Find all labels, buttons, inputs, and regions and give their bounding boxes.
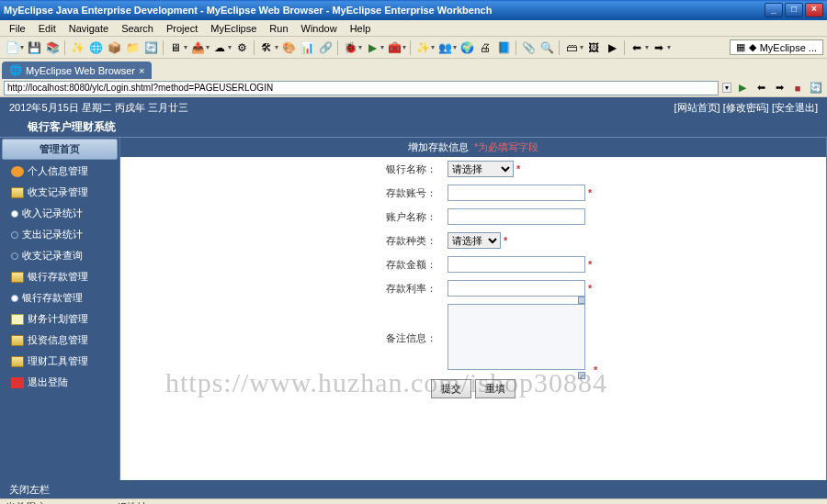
close-icon[interactable]: ×	[139, 65, 144, 76]
reset-button[interactable]: 重填	[475, 379, 515, 398]
db-icon[interactable]: 🗃	[563, 39, 580, 56]
menu-edit[interactable]: Edit	[33, 22, 62, 35]
close-button[interactable]: ×	[805, 3, 823, 17]
rate-input[interactable]	[447, 280, 585, 297]
nav-item-logout[interactable]: 退出登陆	[0, 372, 119, 393]
dropdown-icon[interactable]: ▾	[20, 43, 24, 51]
tab-browser[interactable]: 🌐 MyEclipse Web Browser ×	[2, 62, 152, 79]
note-icon	[11, 314, 24, 325]
dropdown-icon[interactable]: ▾	[228, 43, 232, 51]
address-input[interactable]	[4, 81, 719, 95]
nav-item-record-query[interactable]: 收支记录查询	[0, 245, 119, 266]
resize-handle-icon[interactable]	[578, 372, 585, 379]
close-left-link[interactable]: 关闭左栏	[9, 483, 50, 497]
forward-icon[interactable]: ➡	[651, 39, 667, 56]
maximize-button[interactable]: □	[785, 3, 803, 17]
run-icon[interactable]: ▶	[364, 39, 380, 56]
search-icon[interactable]: 🔍	[538, 39, 555, 56]
nav-item-records[interactable]: 收支记录管理	[0, 182, 119, 203]
nav-item-expense-stats[interactable]: 支出记录统计	[0, 224, 119, 245]
chart-icon[interactable]: 📊	[299, 39, 315, 56]
save-all-icon[interactable]: 📚	[44, 39, 61, 56]
dropdown-icon[interactable]: ▾	[358, 43, 362, 51]
dropdown-icon[interactable]: ▾	[275, 43, 278, 51]
required-mark: *	[588, 187, 592, 198]
book-icon[interactable]: 📘	[495, 39, 512, 56]
stop-icon[interactable]: ■	[790, 81, 805, 95]
resize-handle-icon[interactable]	[578, 297, 585, 304]
dropdown-icon[interactable]: ▾	[453, 43, 457, 51]
nav-item-personal[interactable]: 个人信息管理	[0, 161, 119, 182]
link-exit[interactable]: [安全退出]	[772, 102, 818, 113]
play-icon[interactable]: ▶	[604, 39, 620, 56]
nav-forward-icon[interactable]: ➡	[772, 81, 787, 95]
dropdown-icon[interactable]: ▾	[380, 43, 384, 51]
menu-help[interactable]: Help	[345, 22, 377, 35]
package-icon[interactable]: 📦	[106, 39, 122, 56]
amount-input[interactable]	[447, 256, 585, 273]
menu-myeclipse[interactable]: MyEclipse	[205, 22, 262, 35]
window-titlebar: MyEclipse Java Enterprise Development - …	[0, 0, 827, 20]
accountname-input[interactable]	[447, 208, 585, 225]
palette-icon[interactable]: 🎨	[280, 39, 297, 56]
print-icon[interactable]: 🖨	[477, 39, 493, 56]
external-icon[interactable]: 🧰	[386, 39, 402, 56]
deploy-icon[interactable]: 📤	[189, 39, 206, 56]
nav-item-plan[interactable]: 财务计划管理	[0, 308, 119, 330]
link-icon[interactable]: 🔗	[317, 39, 334, 56]
dropdown-icon[interactable]: ▾	[645, 43, 649, 51]
refresh-icon[interactable]: 🔄	[142, 39, 159, 56]
account-input[interactable]	[447, 185, 585, 201]
earth-icon[interactable]: 🌍	[459, 39, 475, 56]
menu-window[interactable]: Window	[296, 22, 343, 35]
gear-icon[interactable]: ⚙	[233, 39, 250, 56]
perspective-switcher[interactable]: ▦ ◆ MyEclipse ...	[730, 39, 823, 55]
dropdown-icon[interactable]: ▾	[431, 43, 435, 51]
nav-back-icon[interactable]: ⬅	[753, 81, 768, 95]
cloud-icon[interactable]: ☁	[211, 39, 228, 56]
bank-select[interactable]: 请选择	[447, 161, 514, 177]
menu-navigate[interactable]: Navigate	[63, 22, 114, 35]
minimize-button[interactable]: _	[765, 3, 783, 17]
remark-textarea[interactable]	[447, 304, 585, 370]
menu-project[interactable]: Project	[161, 22, 203, 35]
save-icon[interactable]: 💾	[26, 39, 42, 56]
link-home[interactable]: [网站首页]	[674, 102, 720, 113]
wizard-icon[interactable]: ✨	[69, 39, 85, 56]
submit-button[interactable]: 提交	[431, 379, 471, 398]
required-mark: *	[588, 283, 592, 294]
group-icon[interactable]: 👥	[436, 39, 453, 56]
back-icon[interactable]: ⬅	[629, 39, 645, 56]
dropdown-icon[interactable]: ▾	[184, 43, 187, 51]
nav-label: 退出登陆	[28, 375, 68, 389]
nav-header[interactable]: 管理首页	[2, 139, 118, 160]
new-icon[interactable]: 📄	[4, 39, 20, 56]
task-icon[interactable]: 📎	[520, 39, 537, 56]
link-password[interactable]: [修改密码]	[723, 102, 769, 113]
required-mark: *	[588, 259, 592, 270]
tool-icon[interactable]: 🛠	[258, 39, 275, 56]
nav-item-deposit2[interactable]: 银行存款管理	[0, 287, 119, 308]
magic-icon[interactable]: ✨	[414, 39, 431, 56]
dropdown-icon[interactable]: ▾	[402, 43, 406, 51]
content-area: 管理首页 个人信息管理 收支记录管理 收入记录统计 支出记录统计 收支记录查询 …	[0, 138, 827, 480]
menu-run[interactable]: Run	[264, 22, 293, 35]
server-icon[interactable]: 🖥	[167, 39, 184, 56]
type-select[interactable]: 请选择	[447, 232, 501, 249]
menu-file[interactable]: File	[4, 22, 31, 35]
go-icon[interactable]: ▶	[735, 81, 750, 95]
dropdown-icon[interactable]: ▾	[206, 43, 210, 51]
image-icon[interactable]: 🖼	[585, 39, 602, 56]
dropdown-icon[interactable]: ▾	[667, 43, 671, 51]
debug-icon[interactable]: 🐞	[342, 39, 358, 56]
address-dropdown[interactable]: ▾	[722, 83, 731, 93]
nav-item-deposit1[interactable]: 银行存款管理	[0, 266, 119, 287]
menu-search[interactable]: Search	[116, 22, 159, 35]
nav-item-tool[interactable]: 理财工具管理	[0, 351, 119, 372]
browser-icon[interactable]: 🌐	[87, 39, 104, 56]
refresh-icon[interactable]: 🔄	[809, 81, 823, 95]
nav-item-income-stats[interactable]: 收入记录统计	[0, 203, 119, 224]
nav-item-invest[interactable]: 投资信息管理	[0, 330, 119, 351]
folder-icon[interactable]: 📁	[124, 39, 141, 56]
dropdown-icon[interactable]: ▾	[580, 43, 583, 51]
